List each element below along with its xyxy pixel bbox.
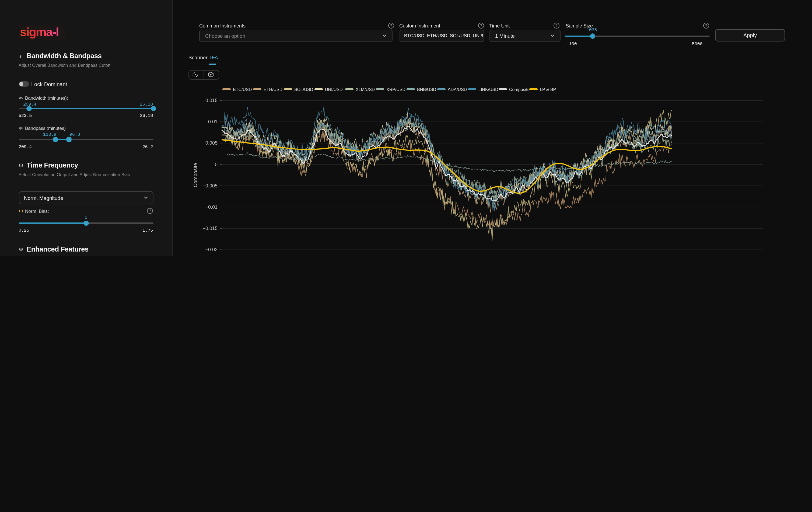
svg-text:Composite: Composite [193, 163, 198, 188]
svg-text:UNI/USD: UNI/USD [325, 87, 343, 92]
svg-text:−0.005: −0.005 [202, 183, 218, 189]
svg-text:SOL/USD: SOL/USD [294, 87, 313, 92]
svg-text:ADA/USD: ADA/USD [448, 87, 467, 92]
svg-text:Composite: Composite [509, 87, 530, 92]
svg-text:LINK/USD: LINK/USD [478, 87, 498, 92]
svg-text:LP & BP: LP & BP [540, 87, 556, 92]
svg-text:BTC/USD: BTC/USD [233, 87, 252, 92]
svg-text:−0.02: −0.02 [205, 247, 218, 252]
svg-text:0.005: 0.005 [205, 140, 218, 146]
svg-text:0.01: 0.01 [208, 119, 218, 124]
svg-text:−0.01: −0.01 [205, 204, 218, 210]
svg-text:0: 0 [215, 162, 218, 167]
svg-text:ETH/USD: ETH/USD [264, 87, 283, 92]
svg-text:0.015: 0.015 [205, 98, 218, 103]
svg-text:XLM/USD: XLM/USD [356, 87, 375, 92]
svg-text:BNB/USD: BNB/USD [417, 87, 436, 92]
svg-text:XRP/USD: XRP/USD [386, 87, 405, 92]
svg-text:−0.015: −0.015 [202, 226, 218, 231]
